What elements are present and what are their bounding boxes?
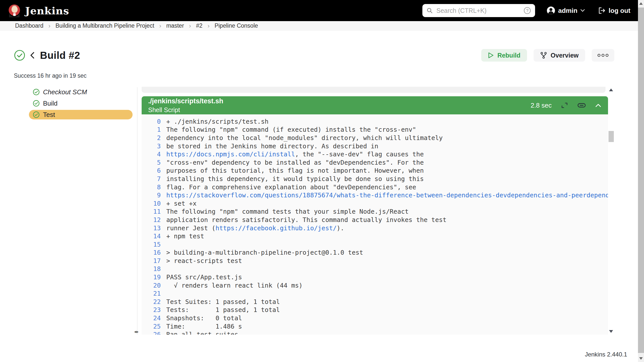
collapse-log-button[interactable] [595, 103, 601, 108]
overview-button[interactable]: Overview [534, 49, 585, 62]
search-box: ? [422, 4, 535, 17]
line-text: application renders satisfactorily. This… [166, 216, 447, 223]
jenkins-version: Jenkins 2.440.1 [585, 351, 627, 358]
line-number[interactable]: 13 [142, 224, 166, 232]
console-line: 22Test Suites: 1 passed, 1 total [142, 298, 608, 306]
stage-list: Checkout SCMBuildTest [29, 87, 133, 119]
breadcrumb-separator-icon: › [208, 22, 210, 29]
line-number[interactable]: 16 [142, 249, 166, 256]
line-number[interactable]: 15 [142, 241, 166, 248]
expand-log-button[interactable] [561, 102, 568, 109]
search-input[interactable] [436, 7, 520, 15]
console-line: 11The following "npm" command tests that… [142, 208, 608, 216]
shell-script-titles: ./jenkins/scripts/test.sh Shell Script [148, 97, 223, 113]
line-number[interactable]: 23 [142, 306, 166, 313]
more-actions-button[interactable] [592, 49, 614, 62]
rebuild-button[interactable]: Rebuild [481, 49, 527, 62]
line-text: Snapshots: 0 total [166, 314, 242, 322]
console-line: 9https://stackoverflow.com/questions/188… [142, 191, 608, 199]
line-text: runner Jest (https://facebook.github.io/… [166, 224, 344, 232]
help-icon[interactable]: ? [524, 7, 531, 14]
stage-item-test[interactable]: Test [29, 110, 133, 119]
breadcrumb-item--2[interactable]: #2 [196, 22, 203, 29]
console-line: 15 [142, 240, 608, 249]
shell-script-title: ./jenkins/scripts/test.sh [148, 97, 223, 105]
line-number[interactable]: 3 [142, 143, 166, 150]
line-number[interactable]: 5 [142, 159, 166, 166]
console-scrollbar[interactable] [608, 87, 614, 335]
jenkins-home-link[interactable]: Jenkins [8, 4, 69, 17]
line-number[interactable]: 21 [142, 290, 166, 297]
stage-success-icon [33, 111, 40, 118]
navbar-right: ? admin log out [422, 4, 630, 17]
breadcrumb-item-building-a-multibranch-pipeline-project[interactable]: Building a Multibranch Pipeline Project [56, 22, 154, 29]
breadcrumb-item-master[interactable]: master [166, 22, 184, 29]
line-number[interactable]: 14 [142, 233, 166, 240]
line-text: > building-a-multibranch-pipeline-projec… [166, 249, 363, 256]
page-scroll-down-icon[interactable] [639, 357, 643, 360]
page-scrollbar[interactable] [638, 0, 644, 362]
build-status-success-icon [14, 50, 25, 61]
line-number[interactable]: 10 [142, 200, 166, 207]
line-number[interactable]: 0 [142, 118, 166, 125]
splitter-drag-handle-icon[interactable]: ◂▸ [134, 329, 139, 334]
shell-header-controls: 2.8 sec [531, 102, 601, 109]
line-text: https://stackoverflow.com/questions/1887… [166, 192, 614, 199]
stage-label: Test [43, 111, 55, 119]
rebuild-label: Rebuild [497, 52, 520, 59]
line-number[interactable]: 20 [142, 282, 166, 289]
back-button[interactable] [29, 52, 35, 59]
console-line: 19PASS src/App.test.js [142, 273, 608, 281]
line-number[interactable]: 7 [142, 175, 166, 183]
permalink-button[interactable] [577, 103, 586, 108]
line-number[interactable]: 18 [142, 265, 166, 273]
sidebar-splitter[interactable]: ◂▸ [137, 87, 137, 335]
console-line: 8flag. For a comprehensive explanation a… [142, 183, 608, 191]
line-number[interactable]: 11 [142, 208, 166, 215]
line-text: + ./jenkins/scripts/test.sh [166, 118, 268, 125]
scroll-down-arrow-icon[interactable] [609, 330, 613, 333]
logout-button[interactable]: log out [598, 7, 630, 15]
user-menu[interactable]: admin [547, 6, 585, 15]
svg-text:?: ? [526, 8, 528, 13]
page-scrollbar-thumb[interactable] [638, 8, 644, 353]
console-link[interactable]: https://docs.npmjs.com/cli/install [166, 151, 295, 158]
line-number[interactable]: 2 [142, 134, 166, 142]
line-text: dependency into the local "node_modules"… [166, 134, 443, 142]
line-number[interactable]: 17 [142, 257, 166, 264]
line-number[interactable]: 19 [142, 274, 166, 281]
line-text: Test Suites: 1 passed, 1 total [166, 298, 280, 305]
line-text: purposes of this tutorial, this flag is … [166, 167, 424, 174]
console-link[interactable]: https://facebook.github.io/jest/ [216, 224, 337, 232]
previous-stage-block-stub[interactable] [142, 87, 606, 93]
line-text: installing this dependency, it would typ… [166, 175, 424, 183]
line-text: flag. For a comprehensive explanation ab… [166, 184, 416, 191]
breadcrumb: Dashboard›Building a Multibranch Pipelin… [0, 21, 644, 31]
console-line: 6purposes of this tutorial, this flag is… [142, 167, 608, 175]
stage-item-checkout-scm[interactable]: Checkout SCM [29, 87, 133, 97]
line-number[interactable]: 6 [142, 167, 166, 174]
line-number[interactable]: 12 [142, 216, 166, 223]
line-text: be stored in the Jenkins home directory.… [166, 143, 378, 150]
chevron-left-icon [29, 52, 35, 59]
line-number[interactable]: 22 [142, 298, 166, 305]
console-line: 16> building-a-multibranch-pipeline-proj… [142, 249, 608, 257]
breadcrumb-item-pipeline-console[interactable]: Pipeline Console [215, 22, 258, 29]
console-scrollbar-track[interactable] [608, 92, 614, 329]
stage-item-build[interactable]: Build [29, 99, 133, 108]
line-number[interactable]: 9 [142, 192, 166, 199]
line-number[interactable]: 25 [142, 323, 166, 330]
line-number[interactable]: 1 [142, 126, 166, 133]
console-scrollbar-thumb[interactable] [609, 131, 614, 142]
line-number[interactable]: 26 [142, 331, 166, 335]
shell-script-header[interactable]: ./jenkins/scripts/test.sh Shell Script 2… [142, 96, 608, 114]
breadcrumb-item-dashboard[interactable]: Dashboard [15, 22, 44, 29]
line-number[interactable]: 4 [142, 151, 166, 158]
page-scroll-up-icon[interactable] [639, 2, 643, 5]
console-line: 24Snapshots: 0 total [142, 314, 608, 322]
line-number[interactable]: 8 [142, 184, 166, 191]
line-number[interactable]: 24 [142, 314, 166, 322]
pipeline-overview-icon [540, 52, 547, 59]
console-link[interactable]: https://stackoverflow.com/questions/1887… [166, 192, 614, 199]
scroll-up-arrow-icon[interactable] [609, 88, 613, 91]
